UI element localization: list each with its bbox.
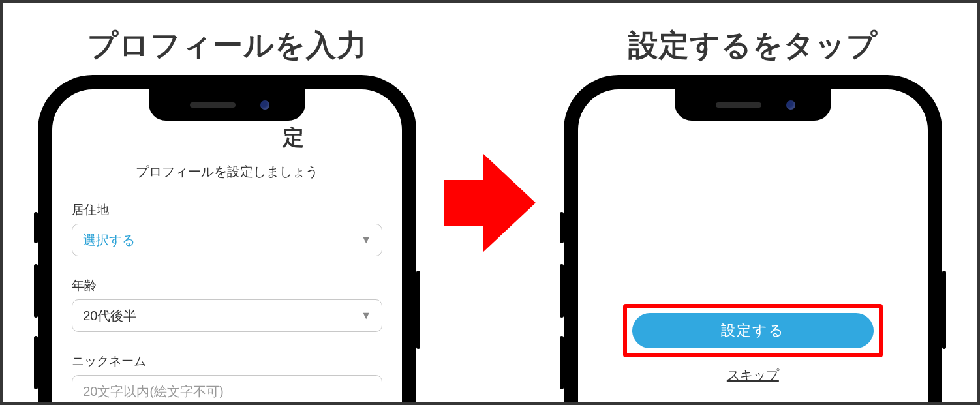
select-value: 20代後半 — [83, 307, 136, 325]
step-panel-profile: プロフィールを入力 定 プロフィールを設定しましょう 居住地 — [3, 3, 451, 402]
svg-marker-0 — [444, 154, 536, 252]
chevron-down-icon: ▼ — [361, 310, 371, 322]
nickname-label: ニックネーム — [72, 353, 382, 370]
step-title: 設定するをタップ — [529, 25, 977, 66]
phone-mockup: 定 プロフィールを設定しましょう 居住地 選択する ▼ 年齢 — [38, 75, 416, 405]
age-select[interactable]: 20代後半 ▼ — [72, 299, 382, 332]
residence-label: 居住地 — [72, 202, 382, 218]
confirm-button[interactable]: 設定する — [632, 313, 874, 348]
screen-subtitle: プロフィールを設定しましょう — [72, 163, 382, 181]
input-placeholder: 20文字以内(絵文字不可) — [83, 383, 224, 400]
speaker-icon — [190, 102, 236, 108]
screen-heading: 定 — [72, 123, 382, 153]
chevron-down-icon: ▼ — [361, 234, 371, 246]
phone-notch — [149, 89, 305, 121]
arrow-right-icon — [444, 154, 536, 252]
nickname-input[interactable]: 20文字以内(絵文字不可) — [72, 375, 382, 405]
skip-link[interactable]: スキップ — [727, 367, 779, 384]
highlight-box: 設定する — [623, 304, 883, 357]
footer-bar: 設定する スキップ — [578, 292, 928, 384]
phone-side-button — [942, 271, 946, 349]
phone-side-button — [416, 271, 420, 349]
screen-content: 定 プロフィールを設定しましょう 居住地 選択する ▼ 年齢 — [52, 89, 402, 405]
screen-content: 設定する スキップ — [578, 89, 928, 405]
tutorial-frame: プロフィールを入力 定 プロフィールを設定しましょう 居住地 — [0, 0, 980, 405]
phone-mockup: 設定する スキップ — [564, 75, 942, 405]
residence-select[interactable]: 選択する ▼ — [72, 224, 382, 256]
camera-icon — [260, 100, 269, 110]
step-panel-confirm: 設定するをタップ 設定する — [529, 3, 977, 402]
age-label: 年齢 — [72, 277, 382, 294]
step-title: プロフィールを入力 — [3, 25, 451, 66]
select-placeholder: 選択する — [83, 232, 135, 249]
